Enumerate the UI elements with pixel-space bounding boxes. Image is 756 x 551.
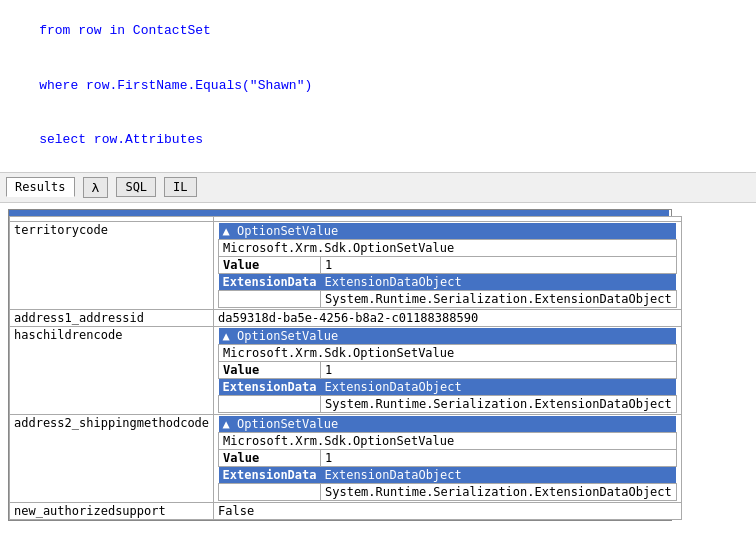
extension-data-val-value: System.Runtime.Serialization.ExtensionDa… (321, 290, 677, 307)
optionset-type-row: Microsoft.Xrm.Sdk.OptionSetValue (219, 432, 677, 449)
extension-data-value-row: System.Runtime.Serialization.ExtensionDa… (219, 290, 677, 307)
value-key: Value (219, 361, 321, 378)
optionset-value-row: Value1 (219, 256, 677, 273)
value-key: Value (219, 256, 321, 273)
optionset-table: ▲ OptionSetValueMicrosoft.Xrm.Sdk.Option… (218, 416, 677, 501)
extension-data-header-value: ExtensionDataObject (321, 466, 677, 483)
optionset-header-label: ▲ OptionSetValue (219, 328, 677, 345)
extension-data-header-value: ExtensionDataObject (321, 273, 677, 290)
tab-results[interactable]: Results (6, 177, 75, 197)
row-key-cell: new_authorizedsupport (10, 502, 214, 519)
value-data: 1 (321, 256, 677, 273)
table-row: new_authorizedsupportFalse (10, 502, 682, 519)
keyword-from: from row in ContactSet (39, 23, 211, 38)
attr-table: territorycode▲ OptionSetValueMicrosoft.X… (9, 216, 682, 520)
extension-data-val-key (219, 483, 321, 500)
optionset-type-value: Microsoft.Xrm.Sdk.OptionSetValue (219, 344, 677, 361)
extension-data-header-value: ExtensionDataObject (321, 378, 677, 395)
extension-data-header-row: ExtensionDataExtensionDataObject (219, 273, 677, 290)
row-key-cell: address1_addressid (10, 309, 214, 326)
optionset-header-label: ▲ OptionSetValue (219, 223, 677, 240)
extension-data-val-value: System.Runtime.Serialization.ExtensionDa… (321, 483, 677, 500)
row-value-cell: ▲ OptionSetValueMicrosoft.Xrm.Sdk.Option… (214, 326, 682, 414)
extension-data-header-row: ExtensionDataExtensionDataObject (219, 466, 677, 483)
results-area: territorycode▲ OptionSetValueMicrosoft.X… (0, 203, 756, 527)
extension-data-value-row: System.Runtime.Serialization.ExtensionDa… (219, 483, 677, 500)
row-key-cell: haschildrencode (10, 326, 214, 414)
extension-data-header-row: ExtensionDataExtensionDataObject (219, 378, 677, 395)
optionset-value-row: Value1 (219, 449, 677, 466)
optionset-table: ▲ OptionSetValueMicrosoft.Xrm.Sdk.Option… (218, 328, 677, 413)
extension-data-value-row: System.Runtime.Serialization.ExtensionDa… (219, 395, 677, 412)
row-value-cell: ▲ OptionSetValueMicrosoft.Xrm.Sdk.Option… (214, 221, 682, 309)
query-line-3: select row.Attributes (8, 113, 748, 168)
query-line-2: where row.FirstName.Equals("Shawn") (8, 59, 748, 114)
extension-data-key: ExtensionData (219, 378, 321, 395)
row-value-cell: False (214, 502, 682, 519)
row-key-cell: address2_shippingmethodcode (10, 414, 214, 502)
tab-il[interactable]: IL (164, 177, 196, 197)
optionset-table: ▲ OptionSetValueMicrosoft.Xrm.Sdk.Option… (218, 223, 677, 308)
keyword-where: where row.FirstName.Equals("Shawn") (39, 78, 312, 93)
value-data: 1 (321, 361, 677, 378)
tabs-bar: Results λ SQL IL (0, 173, 756, 203)
optionset-type-value: Microsoft.Xrm.Sdk.OptionSetValue (219, 239, 677, 256)
row-value-cell: da59318d-ba5e-4256-b8a2-c01188388590 (214, 309, 682, 326)
table-row: address2_shippingmethodcode▲ OptionSetVa… (10, 414, 682, 502)
keyword-select: select row.Attributes (39, 132, 203, 147)
value-key: Value (219, 449, 321, 466)
query-editor: from row in ContactSet where row.FirstNa… (0, 0, 756, 173)
tab-lambda[interactable]: λ (83, 177, 109, 198)
tab-sql[interactable]: SQL (116, 177, 156, 197)
extension-data-val-key (219, 395, 321, 412)
row-value-cell: ▲ OptionSetValueMicrosoft.Xrm.Sdk.Option… (214, 414, 682, 502)
optionset-type-row: Microsoft.Xrm.Sdk.OptionSetValue (219, 239, 677, 256)
extension-data-val-key (219, 290, 321, 307)
table-row: territorycode▲ OptionSetValueMicrosoft.X… (10, 221, 682, 309)
optionset-type-value: Microsoft.Xrm.Sdk.OptionSetValue (219, 432, 677, 449)
extension-data-key: ExtensionData (219, 466, 321, 483)
value-data: 1 (321, 449, 677, 466)
optionset-header-row: ▲ OptionSetValue (219, 328, 677, 345)
optionset-type-row: Microsoft.Xrm.Sdk.OptionSetValue (219, 344, 677, 361)
optionset-header-row: ▲ OptionSetValue (219, 223, 677, 240)
extension-data-val-value: System.Runtime.Serialization.ExtensionDa… (321, 395, 677, 412)
table-row: haschildrencode▲ OptionSetValueMicrosoft… (10, 326, 682, 414)
query-line-1: from row in ContactSet (8, 4, 748, 59)
extension-data-key: ExtensionData (219, 273, 321, 290)
optionset-value-row: Value1 (219, 361, 677, 378)
row-key-cell: territorycode (10, 221, 214, 309)
optionset-header-label: ▲ OptionSetValue (219, 416, 677, 433)
results-outer-wrap: territorycode▲ OptionSetValueMicrosoft.X… (8, 209, 672, 521)
optionset-header-row: ▲ OptionSetValue (219, 416, 677, 433)
table-row: address1_addressidda59318d-ba5e-4256-b8a… (10, 309, 682, 326)
